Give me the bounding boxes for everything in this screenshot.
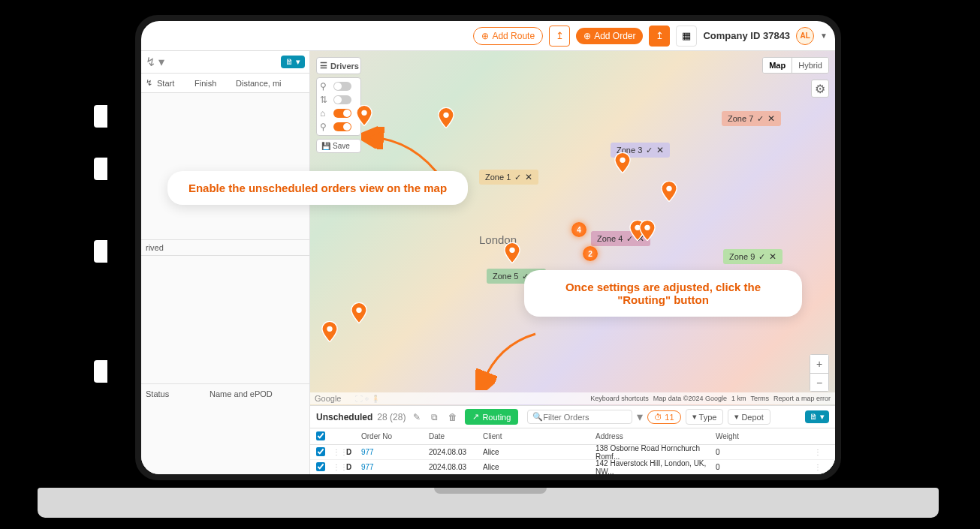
check-icon[interactable]: ✓ bbox=[514, 173, 521, 182]
col-address: Address bbox=[596, 432, 716, 440]
search-icon: 🔍 bbox=[532, 412, 543, 422]
add-order-button[interactable]: ⊕ Add Order bbox=[576, 28, 643, 44]
map-pin[interactable] bbox=[356, 105, 372, 126]
kebab-icon[interactable]: ⋮ bbox=[814, 463, 829, 471]
map-pin[interactable] bbox=[639, 220, 656, 241]
clock-icon: ⏱ bbox=[654, 413, 662, 422]
save-button[interactable]: 💾Save bbox=[316, 139, 361, 153]
close-icon[interactable]: ✕ bbox=[769, 251, 776, 262]
filter-icon[interactable]: ▾ bbox=[158, 55, 164, 69]
row-orderno[interactable]: 977 bbox=[361, 448, 429, 456]
close-icon[interactable]: ✕ bbox=[767, 113, 775, 124]
map-pin[interactable] bbox=[351, 302, 367, 323]
drag-handle-icon[interactable]: ⋮⋮ bbox=[333, 448, 346, 456]
keyboard-shortcuts[interactable]: Keyboard shortcuts bbox=[590, 395, 649, 402]
routing-button[interactable]: ↗Routing bbox=[465, 409, 518, 425]
trash-icon[interactable]: 🗑 bbox=[445, 410, 460, 424]
check-icon[interactable]: ✓ bbox=[757, 114, 764, 124]
upload-route-icon[interactable]: ↥ bbox=[549, 26, 570, 47]
cluster-bubble[interactable]: 2 bbox=[583, 246, 598, 261]
type-dropdown[interactable]: ▾ Type bbox=[686, 409, 724, 425]
row-checkbox[interactable] bbox=[316, 447, 325, 456]
row-orderno[interactable]: 977 bbox=[361, 463, 429, 471]
col-start: Start bbox=[157, 79, 194, 88]
time-counter[interactable]: ⏱11 bbox=[647, 410, 680, 424]
file-dropdown-bottom[interactable]: 🗎 ▾ bbox=[805, 410, 829, 423]
toggle-pins[interactable] bbox=[333, 82, 351, 91]
zoom-in-button[interactable]: + bbox=[810, 355, 828, 373]
map-pin[interactable] bbox=[321, 321, 338, 342]
unscheduled-count: 28 (28) bbox=[377, 412, 406, 422]
table-row[interactable]: ⋮⋮ D 977 2024.08.03 Alice 138 Osborne Ro… bbox=[310, 445, 835, 460]
check-icon[interactable]: ✓ bbox=[758, 252, 765, 262]
gear-icon[interactable]: ⚙ bbox=[811, 80, 829, 98]
grid-icon[interactable]: ▦ bbox=[676, 26, 697, 47]
unscheduled-panel: Unscheduled 28 (28) ✎ ⧉ 🗑 ↗Routing 🔍 ▾ ⏱… bbox=[310, 405, 835, 474]
map-pin[interactable] bbox=[438, 107, 454, 128]
link-col-icon: ↯ bbox=[146, 78, 157, 88]
map-pin[interactable] bbox=[661, 181, 677, 202]
cluster-bubble[interactable]: 4 bbox=[571, 222, 586, 237]
select-all-checkbox[interactable] bbox=[316, 431, 325, 440]
zone-1-badge[interactable]: Zone 1✓✕ bbox=[479, 170, 538, 185]
map[interactable]: London ☰Drivers ⚲ ⇅ ⌂ ⚲ 💾Save bbox=[310, 51, 835, 474]
col-distance: Distance, mi bbox=[236, 79, 296, 88]
row-checkbox[interactable] bbox=[316, 462, 325, 471]
google-logo: Google bbox=[315, 394, 341, 403]
company-id-label: Company ID 37843 bbox=[703, 30, 790, 41]
col-weight: Weight bbox=[716, 432, 761, 440]
avatar[interactable]: AL bbox=[796, 27, 814, 45]
row-date: 2024.08.03 bbox=[429, 448, 483, 456]
hamburger-icon[interactable]: ☰ bbox=[320, 61, 327, 71]
col-date: Date bbox=[429, 432, 483, 440]
save-icon: 💾 bbox=[321, 142, 330, 150]
row-address: 142 Haverstock Hill, London, UK, NW... bbox=[596, 459, 716, 475]
annotation-1: Enable the unscheduled orders view on th… bbox=[167, 171, 468, 205]
toggle-depots[interactable] bbox=[333, 109, 351, 118]
link-icon[interactable]: ↯ bbox=[146, 55, 155, 69]
table-row[interactable]: ⋮⋮ D 977 2024.08.03 Alice 142 Haverstock… bbox=[310, 460, 835, 474]
row-d: D bbox=[346, 448, 361, 456]
check-icon[interactable]: ✓ bbox=[646, 146, 653, 155]
depot-dropdown[interactable]: ▾ Depot bbox=[728, 409, 770, 425]
map-type-hybrid[interactable]: Hybrid bbox=[792, 58, 828, 73]
depot-icon: ⌂ bbox=[320, 108, 330, 119]
chevron-down-icon[interactable]: ▼ bbox=[820, 32, 828, 40]
kebab-icon[interactable]: ⋮ bbox=[814, 448, 829, 456]
toggle-routes[interactable] bbox=[333, 95, 351, 104]
terms-link[interactable]: Terms bbox=[750, 395, 769, 402]
zone-9-badge[interactable]: Zone 9✓✕ bbox=[723, 249, 782, 264]
svg-point-0 bbox=[443, 113, 448, 118]
close-icon[interactable]: ✕ bbox=[525, 172, 532, 182]
zoom-out-button[interactable]: − bbox=[810, 373, 828, 391]
col-finish: Finish bbox=[194, 79, 236, 88]
report-error-link[interactable]: Report a map error bbox=[773, 395, 831, 402]
drag-handle-icon[interactable]: ⋮⋮ bbox=[333, 463, 346, 471]
row-address: 138 Osborne Road Hornchurch Romf... bbox=[596, 444, 716, 461]
unscheduled-title: Unscheduled bbox=[316, 412, 372, 422]
map-pin[interactable] bbox=[504, 242, 520, 263]
file-dropdown[interactable]: 🗎 ▾ bbox=[281, 56, 305, 68]
map-scale: 1 km bbox=[731, 395, 746, 402]
marker-icon: ⚲ bbox=[320, 122, 330, 132]
close-icon[interactable]: ✕ bbox=[656, 145, 664, 155]
upload-order-icon[interactable]: ↥ bbox=[649, 26, 670, 47]
map-pin[interactable] bbox=[614, 152, 631, 173]
svg-point-2 bbox=[509, 248, 514, 253]
zone-7-badge[interactable]: Zone 7✓✕ bbox=[722, 111, 781, 126]
filter-icon[interactable]: ▾ bbox=[637, 410, 643, 424]
route-icon: ⇅ bbox=[320, 95, 330, 105]
toggle-unscheduled[interactable] bbox=[333, 122, 351, 131]
copy-icon[interactable]: ⧉ bbox=[428, 410, 441, 424]
filter-orders-input[interactable] bbox=[543, 413, 627, 422]
col-orderno: Order No bbox=[361, 432, 429, 440]
map-type-map[interactable]: Map bbox=[763, 58, 792, 73]
add-route-button[interactable]: ⊕ Add Route bbox=[473, 27, 543, 45]
svg-point-6 bbox=[666, 186, 671, 191]
drivers-label: Drivers bbox=[330, 62, 359, 71]
pin-icon: ⚲ bbox=[320, 81, 330, 92]
arrived-label: rived bbox=[141, 239, 309, 256]
edit-icon[interactable]: ✎ bbox=[410, 410, 424, 424]
map-attribution: Google Keyboard shortcuts Map data ©2024… bbox=[310, 392, 835, 404]
row-date: 2024.08.03 bbox=[429, 463, 483, 471]
